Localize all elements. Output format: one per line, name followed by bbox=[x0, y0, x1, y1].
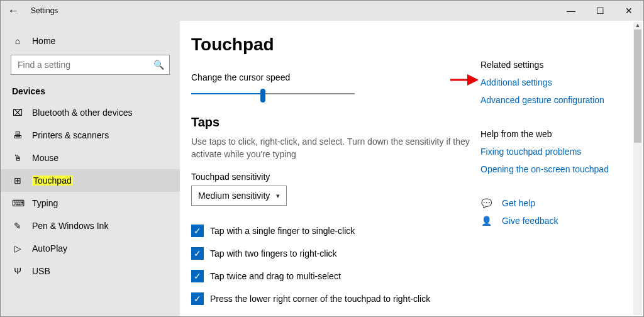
get-help-link[interactable]: 💬 Get help bbox=[480, 198, 625, 208]
slider-fill bbox=[191, 93, 263, 94]
nav-icon: ⊞ bbox=[12, 175, 23, 186]
window-controls: — ☐ ✕ bbox=[557, 1, 643, 21]
nav-label: Typing bbox=[32, 198, 58, 208]
right-column: Related settings Additional settings Adv… bbox=[480, 32, 625, 316]
checkbox-row[interactable]: ✓Tap twice and drag to multi-select bbox=[191, 265, 480, 287]
nav-icon: ▷ bbox=[12, 243, 23, 253]
sensitivity-dropdown[interactable]: Medium sensitivity ▾ bbox=[191, 186, 287, 206]
nav-label: AutoPlay bbox=[32, 243, 67, 253]
sidebar-item-touchpad[interactable]: ⊞Touchpad bbox=[1, 169, 180, 192]
maximize-button[interactable]: ☐ bbox=[586, 1, 614, 21]
nav-list: ⌧Bluetooth & other devices🖶Printers & sc… bbox=[1, 101, 180, 282]
nav-label: USB bbox=[32, 266, 50, 276]
sidebar-item-bluetooth-other-devices[interactable]: ⌧Bluetooth & other devices bbox=[1, 101, 180, 124]
sensitivity-label: Touchpad sensitivity bbox=[191, 172, 480, 182]
sidebar-item-mouse[interactable]: 🖱Mouse bbox=[1, 147, 180, 169]
nav-icon: 🖶 bbox=[12, 130, 23, 140]
checkbox-checked-icon[interactable]: ✓ bbox=[191, 270, 204, 282]
search-icon: 🔍 bbox=[153, 60, 164, 70]
checkbox-label: Press the lower right corner of the touc… bbox=[210, 294, 430, 304]
home-icon: ⌂ bbox=[12, 36, 23, 46]
search-box[interactable]: 🔍 bbox=[11, 55, 170, 75]
feedback-label: Give feedback bbox=[502, 216, 558, 226]
feedback-icon: 👤 bbox=[480, 216, 492, 226]
category-heading: Devices bbox=[1, 86, 180, 101]
link-additional-settings[interactable]: Additional settings bbox=[480, 77, 625, 87]
checkbox-row[interactable]: ✓Tap with a single finger to single-clic… bbox=[191, 220, 480, 242]
sidebar-item-usb[interactable]: ΨUSB bbox=[1, 260, 180, 282]
sidebar: ⌂ Home 🔍 Devices ⌧Bluetooth & other devi… bbox=[1, 21, 180, 316]
home-nav[interactable]: ⌂ Home bbox=[1, 30, 180, 55]
get-help-label: Get help bbox=[502, 198, 535, 208]
nav-label: Bluetooth & other devices bbox=[32, 108, 133, 118]
nav-label: Mouse bbox=[32, 153, 58, 163]
content-column: Touchpad Change the cursor speed Taps Us… bbox=[191, 32, 480, 316]
checkbox-checked-icon[interactable]: ✓ bbox=[191, 225, 204, 237]
nav-icon: 🖱 bbox=[12, 153, 23, 163]
taps-checkbox-list: ✓Tap with a single finger to single-clic… bbox=[191, 220, 480, 310]
link-fixing-touchpad[interactable]: Fixing touchpad problems bbox=[480, 147, 625, 157]
help-heading: Help from the web bbox=[480, 129, 625, 139]
titlebar: ← Settings — ☐ ✕ bbox=[1, 1, 643, 21]
main-area: Touchpad Change the cursor speed Taps Us… bbox=[180, 21, 643, 316]
annotation-arrow bbox=[449, 74, 480, 86]
back-button[interactable]: ← bbox=[1, 1, 26, 21]
checkbox-checked-icon[interactable]: ✓ bbox=[191, 247, 204, 260]
slider-thumb[interactable] bbox=[260, 89, 265, 103]
taps-description: Use taps to click, right-click, and sele… bbox=[191, 136, 480, 160]
scrollbar-thumb[interactable] bbox=[634, 30, 641, 143]
vertical-scrollbar[interactable]: ▲ bbox=[633, 22, 642, 315]
nav-icon: ⌨ bbox=[12, 198, 23, 208]
close-button[interactable]: ✕ bbox=[614, 1, 643, 21]
taps-heading: Taps bbox=[191, 115, 480, 130]
minimize-button[interactable]: — bbox=[557, 1, 586, 21]
related-settings-heading: Related settings bbox=[480, 60, 625, 70]
settings-window: ← Settings — ☐ ✕ ⌂ Home 🔍 Devices ⌧Bluet… bbox=[0, 0, 644, 317]
sidebar-item-printers-scanners[interactable]: 🖶Printers & scanners bbox=[1, 124, 180, 147]
sensitivity-value: Medium sensitivity bbox=[198, 191, 270, 201]
cursor-speed-label: Change the cursor speed bbox=[191, 72, 480, 82]
give-feedback-link[interactable]: 👤 Give feedback bbox=[480, 216, 625, 226]
chevron-down-icon: ▾ bbox=[276, 192, 280, 200]
nav-icon: ⌧ bbox=[12, 108, 23, 118]
nav-label: Pen & Windows Ink bbox=[32, 221, 108, 231]
home-label: Home bbox=[32, 36, 55, 46]
link-advanced-gesture[interactable]: Advanced gesture configuration bbox=[480, 95, 625, 105]
checkbox-label: Tap twice and drag to multi-select bbox=[210, 271, 341, 281]
checkbox-row[interactable]: ✓Tap with two fingers to right-click bbox=[191, 242, 480, 265]
scroll-up-icon[interactable]: ▲ bbox=[633, 22, 642, 30]
sidebar-item-autoplay[interactable]: ▷AutoPlay bbox=[1, 237, 180, 260]
nav-label: Printers & scanners bbox=[32, 130, 109, 140]
nav-icon: Ψ bbox=[12, 266, 23, 276]
link-onscreen-touchpad[interactable]: Opening the on-screen touchpad bbox=[480, 164, 625, 174]
search-input[interactable] bbox=[16, 59, 153, 70]
sidebar-item-typing[interactable]: ⌨Typing bbox=[1, 192, 180, 214]
cursor-speed-slider[interactable] bbox=[191, 87, 355, 100]
checkbox-checked-icon[interactable]: ✓ bbox=[191, 292, 204, 305]
sidebar-item-pen-windows-ink[interactable]: ✎Pen & Windows Ink bbox=[1, 214, 180, 237]
window-body: ⌂ Home 🔍 Devices ⌧Bluetooth & other devi… bbox=[1, 21, 643, 316]
app-title: Settings bbox=[26, 6, 58, 15]
checkbox-label: Tap with two fingers to right-click bbox=[210, 248, 337, 259]
checkbox-label: Tap with a single finger to single-click bbox=[210, 226, 355, 236]
checkbox-row[interactable]: ✓Press the lower right corner of the tou… bbox=[191, 287, 480, 310]
help-icon: 💬 bbox=[480, 198, 492, 208]
nav-label: Touchpad bbox=[32, 175, 73, 186]
nav-icon: ✎ bbox=[12, 221, 23, 231]
page-title: Touchpad bbox=[191, 35, 480, 55]
